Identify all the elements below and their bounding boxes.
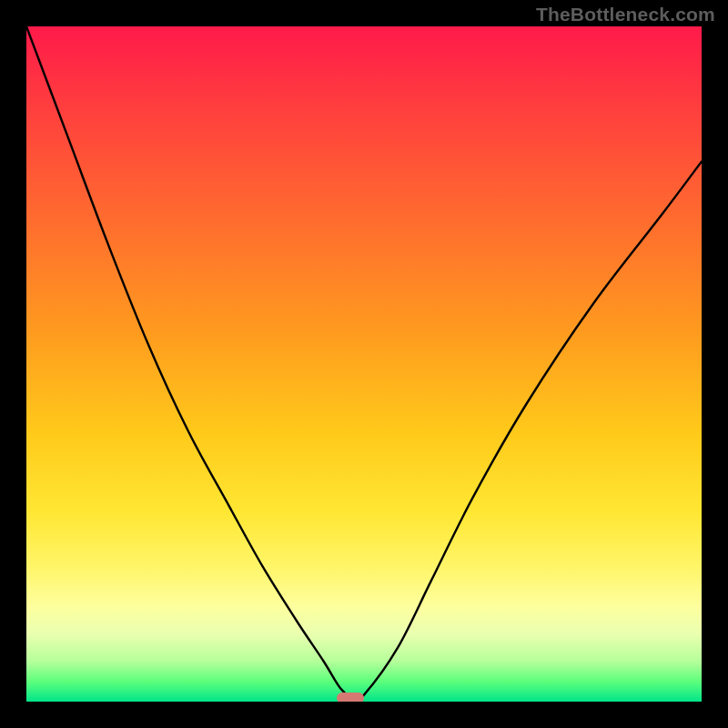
optimal-marker — [337, 693, 364, 702]
chart-frame: TheBottleneck.com — [0, 0, 728, 728]
watermark: TheBottleneck.com — [536, 4, 715, 25]
bottleneck-curve — [26, 26, 702, 702]
plot-area — [26, 26, 702, 702]
